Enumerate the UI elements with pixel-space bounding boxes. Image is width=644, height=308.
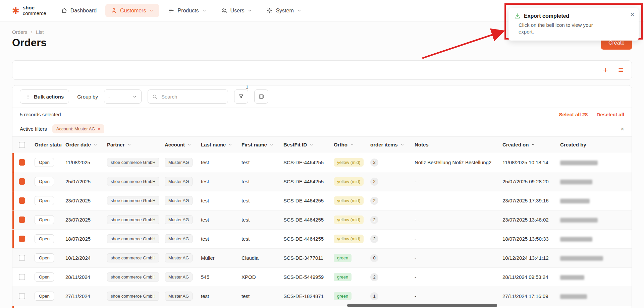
search-icon xyxy=(152,94,158,100)
selection-summary: 5 records selected xyxy=(20,112,61,117)
column-header-created-on[interactable]: Created on xyxy=(499,137,557,153)
account-chip: Muster AG xyxy=(165,253,193,262)
ortho-chip: green xyxy=(334,292,352,300)
active-filters-bar: Active filters Account: Muster AG × × xyxy=(12,121,632,136)
partner-chip: shoe commerce GmbH xyxy=(107,215,159,224)
active-filter-chip: Account: Muster AG × xyxy=(52,124,104,133)
order-items-count: 2 xyxy=(370,178,378,186)
notes-cell: - xyxy=(411,287,499,306)
brand-icon: ✱ xyxy=(12,6,19,15)
sort-icon xyxy=(269,142,274,147)
last-name-cell: test xyxy=(198,172,238,191)
column-header-ortho[interactable]: Ortho xyxy=(330,137,367,153)
nav-item-users[interactable]: Users xyxy=(216,4,258,17)
column-header-last-name[interactable]: Last name xyxy=(198,137,238,153)
row-checkbox[interactable] xyxy=(19,159,25,166)
group-by-select[interactable]: - xyxy=(104,89,142,104)
row-checkbox[interactable] xyxy=(19,255,25,261)
first-name-cell: test xyxy=(238,210,280,229)
customer-icon xyxy=(111,7,117,14)
select-all-link[interactable]: Select all 28 xyxy=(559,112,588,117)
columns-icon xyxy=(258,94,264,100)
table-header-row: Order status Order date Partner Account … xyxy=(12,137,632,153)
row-checkbox[interactable] xyxy=(19,217,25,223)
order-date-cell: 27/11/2024 xyxy=(62,287,104,306)
bestfit-id-cell: SCS-DE-4464255 xyxy=(280,210,330,229)
column-header-partner[interactable]: Partner xyxy=(104,137,161,153)
bestfit-id-cell: SCS-DE-5449959 xyxy=(280,267,330,287)
search-input[interactable] xyxy=(161,94,229,100)
header-checkbox[interactable] xyxy=(19,142,25,148)
row-checkbox[interactable] xyxy=(19,197,25,204)
main-nav: Dashboard Customers Products Users Syste… xyxy=(56,4,307,17)
row-checkbox[interactable] xyxy=(19,293,25,299)
nav-item-customers[interactable]: Customers xyxy=(105,4,159,17)
bestfit-id-cell: SCS-DE-4464255 xyxy=(280,153,330,172)
notes-cell: - xyxy=(411,210,499,229)
breadcrumb-list: List xyxy=(36,29,44,35)
close-icon[interactable]: × xyxy=(630,11,634,18)
column-header-bestfit-id[interactable]: BestFit ID xyxy=(280,137,330,153)
account-chip: Muster AG xyxy=(165,292,193,301)
order-items-count: 2 xyxy=(370,235,378,243)
table-row: Open 23/07/2025 shoe commerce GmbH Muste… xyxy=(12,210,632,229)
search-box[interactable] xyxy=(148,89,228,104)
column-header-order-items[interactable]: order items xyxy=(367,137,411,153)
filter-builder-bar xyxy=(12,60,632,80)
row-checkbox[interactable] xyxy=(19,236,25,242)
account-chip: Muster AG xyxy=(165,215,193,224)
order-date-cell: 11/08/2025 xyxy=(62,153,104,172)
breadcrumb-orders[interactable]: Orders xyxy=(12,29,28,35)
order-status-chip: Open xyxy=(35,158,54,167)
order-items-count: 2 xyxy=(370,197,378,205)
group-by-label: Group by xyxy=(77,94,98,100)
first-name-cell: test xyxy=(238,287,280,306)
clear-filters-icon[interactable]: × xyxy=(621,126,624,132)
nav-item-products[interactable]: Products xyxy=(163,4,212,17)
filters-button[interactable]: 1 xyxy=(234,89,248,104)
remove-filter-icon[interactable]: × xyxy=(98,126,100,131)
table-row: Open 11/08/2025 shoe commerce GmbH Muste… xyxy=(12,153,632,172)
column-header-notes: Notes xyxy=(411,137,499,153)
active-filters-label: Active filters xyxy=(20,126,47,132)
bestfit-id-cell: SCS-DE-3477011 xyxy=(280,248,330,267)
created-by-redacted xyxy=(560,199,590,203)
column-header-created-by: Created by xyxy=(557,137,607,153)
row-checkbox[interactable] xyxy=(19,178,25,185)
partner-chip: shoe commerce GmbH xyxy=(107,253,159,262)
order-items-count: 0 xyxy=(370,254,378,262)
brand-logo[interactable]: ✱ shoe commerce xyxy=(12,5,46,16)
partner-chip: shoe commerce GmbH xyxy=(107,292,159,301)
nav-item-system[interactable]: System xyxy=(261,4,307,17)
chevron-down-icon xyxy=(247,8,252,13)
column-header-order-status: Order status xyxy=(31,137,62,153)
horizontal-scrollbar-thumb[interactable] xyxy=(347,304,497,307)
order-date-cell: 10/12/2024 xyxy=(62,248,104,267)
created-on-cell: 28/11/2024 09:53:24 xyxy=(499,267,557,287)
selection-bar: 5 records selected Select all 28 Deselec… xyxy=(12,108,632,121)
bulk-actions-button[interactable]: Bulk actions xyxy=(20,89,69,104)
chevron-down-icon xyxy=(202,8,207,13)
chevron-down-icon xyxy=(149,8,154,13)
notes-cell: - xyxy=(411,191,499,210)
order-status-chip: Open xyxy=(35,292,54,301)
column-header-first-name[interactable]: First name xyxy=(238,137,280,153)
ortho-chip: yellow (mid) xyxy=(334,215,364,224)
account-chip: Muster AG xyxy=(165,158,193,167)
filter-rows-icon[interactable] xyxy=(618,67,624,73)
table-body: Open 11/08/2025 shoe commerce GmbH Muste… xyxy=(12,153,632,308)
row-checkbox[interactable] xyxy=(19,274,25,280)
notes-cell: - xyxy=(411,172,499,191)
order-items-count: 2 xyxy=(370,216,378,224)
brand-line1: shoe xyxy=(23,5,46,11)
column-header-account[interactable]: Account xyxy=(161,137,198,153)
kebab-icon xyxy=(25,94,31,100)
columns-button[interactable] xyxy=(254,89,268,104)
add-filter-plus-icon[interactable] xyxy=(602,67,609,73)
nav-item-dashboard[interactable]: Dashboard xyxy=(56,4,102,17)
column-header-order-date[interactable]: Order date xyxy=(62,137,104,153)
deselect-all-link[interactable]: Deselect all xyxy=(596,112,624,117)
gear-icon xyxy=(266,7,273,14)
orders-table: Order status Order date Partner Account … xyxy=(12,136,632,308)
select-all-checkbox-header[interactable] xyxy=(12,137,31,153)
